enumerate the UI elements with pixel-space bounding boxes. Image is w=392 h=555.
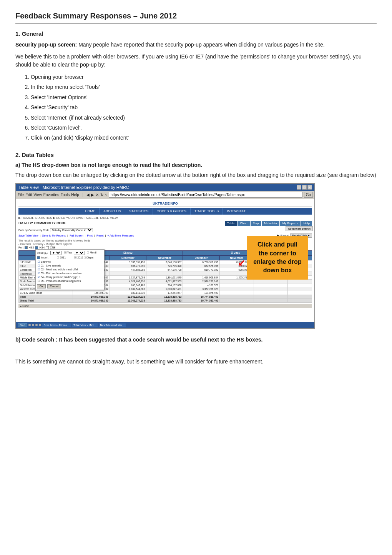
help-menu[interactable]: Help — [71, 193, 79, 197]
favorites-menu[interactable]: Favorites — [43, 193, 59, 197]
refresh-icon[interactable]: ↻ — [100, 193, 103, 197]
callout-overlay: Click and pull the corner to enlarge the… — [247, 236, 308, 280]
section-general: 1. General Security pop-up screen: Many … — [15, 30, 377, 142]
hs-dropdown-heading: a) The HS drop-down box is not large eno… — [15, 162, 377, 168]
col-nov-header: November — [146, 255, 183, 260]
reset-link[interactable]: Reset — [96, 234, 103, 237]
list-item: Select 'Custom level'. — [31, 123, 377, 132]
grand-total-val — [254, 298, 288, 302]
save-my-reports-link[interactable]: Save to My Reports — [42, 234, 66, 237]
taskbar-item-sent[interactable]: Sent Items - Micros... — [42, 323, 71, 327]
row-val: 447,686,088 — [110, 268, 146, 272]
view-menu[interactable]: View — [33, 193, 42, 197]
close-icon[interactable]: × — [307, 185, 312, 190]
ok-cancel-row: Ok Cancel — [37, 284, 103, 288]
list-item: In the top menu select 'Tools' — [31, 83, 377, 91]
tab-metadata[interactable]: Metadata — [262, 221, 279, 226]
list-item: Select 'Security' tab — [31, 103, 377, 112]
dropdown-item-show-all[interactable]: Show All — [37, 260, 103, 264]
browser-window-controls[interactable]: _ □ × — [297, 185, 312, 190]
code-search-body: This is something we cannot do straight … — [15, 358, 377, 366]
list-item: Select 'Internet Options' — [31, 93, 377, 102]
hs4-checkbox[interactable] — [35, 246, 38, 249]
taskbar-item-word[interactable]: New Microsoft Wo... — [99, 323, 126, 327]
full-screen-link[interactable]: Full Screen — [70, 234, 83, 237]
tab-table[interactable]: Table — [225, 221, 237, 226]
row-val: 4,028,407,920 — [110, 279, 146, 283]
nav-trade-tools[interactable]: TRADE TOOLS — [191, 208, 223, 215]
dropdown-value-row: Value (£) ▼ ☑ Year ▼ ☑ Month — [37, 251, 103, 255]
tools-menu[interactable]: Tools — [61, 193, 70, 197]
address-bar[interactable] — [109, 192, 302, 198]
grand-total-val — [288, 298, 312, 302]
taskbar-icon — [28, 324, 31, 326]
home-icon[interactable]: ⌂ — [105, 193, 107, 197]
cancel-button[interactable]: Cancel — [47, 284, 61, 288]
row-val: 662,576,096 — [183, 264, 219, 268]
grand-total-val: 16,774,535,460 — [183, 298, 219, 302]
taskbar-item-table[interactable]: Table View - Micr... — [72, 323, 98, 327]
browser-screenshot: Table View - Microsoft Internet Explorer… — [15, 183, 315, 329]
row-val — [288, 279, 312, 283]
row-val: 3,352,786,828 — [183, 287, 219, 291]
ok-button[interactable]: Ok — [37, 284, 46, 288]
tab-chart[interactable]: Chart — [238, 221, 250, 226]
type-select[interactable]: ▼ — [50, 251, 61, 255]
dropdown-item-05[interactable]: 05 - Products of animal origin nes — [37, 279, 103, 283]
total-label: Total — [19, 295, 73, 298]
tab-help[interactable]: Help — [301, 221, 312, 226]
commodity-dropdown-box[interactable]: Value (£) ▼ ☑ Year ▼ ☑ Month Import ☑ 20… — [35, 249, 105, 290]
edit-menu[interactable]: Edit — [25, 193, 32, 197]
hs4-label: HS4 — [39, 246, 45, 249]
total-val — [219, 295, 254, 298]
tab-map[interactable]: Map — [251, 221, 261, 226]
stop-icon[interactable]: ✕ — [96, 193, 99, 197]
file-menu[interactable]: File — [18, 193, 24, 197]
row-val — [288, 291, 312, 295]
nav-about[interactable]: ABOUT US — [100, 208, 125, 215]
import-row: Import ☑ 2011 ☑ 2012 □ Dispa — [37, 256, 103, 259]
go-button[interactable]: Go — [304, 192, 313, 198]
minimize-icon[interactable]: _ — [297, 185, 301, 190]
value-label: Value (£) — [37, 252, 48, 254]
row-val — [110, 272, 146, 275]
dropdown-item-03[interactable]: 03 - Fish and crustaceans, mollusc — [37, 272, 103, 275]
print-link[interactable]: Print — [87, 234, 93, 237]
maximize-icon[interactable]: □ — [302, 185, 307, 190]
dropdown-item-04[interactable]: 04 - Dairy produce; birds' eggs; n — [37, 275, 103, 279]
nav-intrastat[interactable]: INTRASTAT — [223, 208, 249, 215]
nav-home[interactable]: HOME — [81, 208, 100, 215]
forward-icon[interactable]: ▶ — [91, 193, 94, 197]
col-dec2-header: December — [183, 255, 219, 260]
code-search-heading: b) Code search : It has been suggested t… — [15, 337, 377, 343]
dropdown-item-02[interactable]: 02 - Meat and edible meat offal — [37, 268, 103, 272]
hs2-label: HS2 — [29, 246, 34, 249]
dropdown-item-01[interactable]: 01 - Live animals — [37, 264, 103, 268]
cn8-checkbox[interactable] — [46, 246, 49, 249]
browser-title: Table View - Microsoft Internet Explorer… — [18, 185, 129, 190]
hs2-checkbox[interactable] — [25, 246, 28, 249]
save-table-view-link[interactable]: Save Table View — [18, 234, 38, 237]
commodity-dropdown[interactable]: Data by Commodity Code ▼ — [50, 228, 93, 232]
year-select[interactable]: ▼ — [74, 251, 85, 255]
advanced-search-button[interactable]: Advanced Search — [286, 226, 313, 231]
row-val: 510,773,022 — [183, 268, 219, 272]
total-val: 12,338,498,793 — [146, 295, 183, 298]
start-button[interactable]: Start — [18, 323, 27, 327]
breadcrumb: ▶ HOME ▶ STATISTICS ▶ BUILD YOUR OWN TAB… — [18, 216, 312, 220]
row-val: 547,176,708 — [146, 268, 183, 272]
import-checkbox[interactable] — [37, 256, 40, 259]
nav-statistics[interactable]: STATISTICS — [125, 208, 153, 215]
grand-total-val: 10,871,639,335 — [73, 298, 110, 302]
add-measures-link[interactable]: + Add More Measures — [107, 234, 134, 237]
back-icon[interactable]: ◀ — [86, 193, 90, 197]
section-data-tables: 2. Data Tables a) The HS drop-down box i… — [15, 152, 377, 366]
security-popup-bold: Security pop-up screen: — [15, 42, 77, 48]
toolbar-divider: | — [82, 193, 83, 197]
tab-my-reports[interactable]: My Reports — [280, 221, 301, 226]
port-label: Port — [18, 246, 23, 249]
status-bar: ● Done — [18, 304, 312, 308]
nav-codes[interactable]: CODES & GUIDES — [153, 208, 191, 215]
row-val: 726,795,320 — [146, 264, 183, 268]
row-val — [254, 283, 288, 287]
